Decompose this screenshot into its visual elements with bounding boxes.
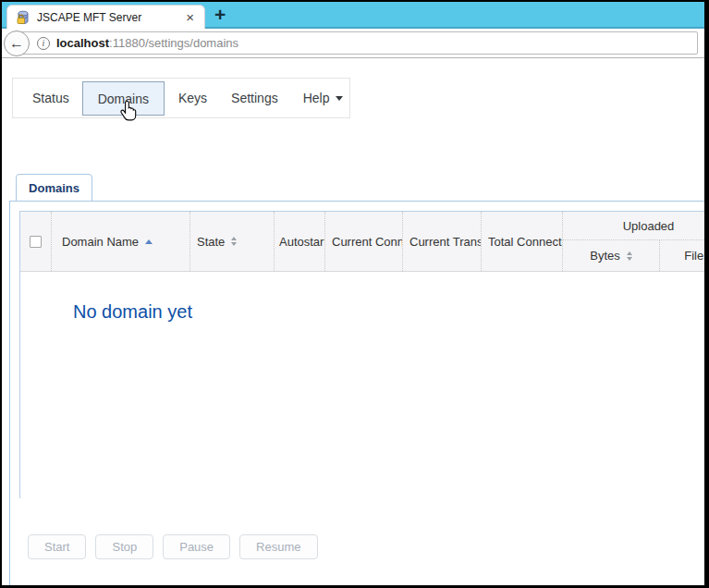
start-button[interactable]: Start xyxy=(28,534,86,559)
browser-window: JSCAPE MFT Server × + i localhost:11880/… xyxy=(0,0,709,588)
chevron-down-icon xyxy=(336,96,343,101)
tab-domains-label: Domains xyxy=(29,181,79,195)
sort-both-icon xyxy=(231,237,237,246)
header-cell-total-connections[interactable]: Total Connections xyxy=(482,212,563,271)
address-bar[interactable]: i localhost:11880/settings/domains xyxy=(16,31,698,55)
menu-item-settings[interactable]: Settings xyxy=(231,91,278,105)
header-cell-select-all xyxy=(20,212,52,271)
site-info-icon[interactable]: i xyxy=(37,37,50,50)
sort-both-icon xyxy=(627,251,632,261)
menu-item-help-label: Help xyxy=(303,91,330,105)
main-menu: Status Domains Keys Settings Help xyxy=(12,78,350,118)
browser-tab[interactable]: JSCAPE MFT Server × xyxy=(6,5,205,29)
back-button[interactable]: ← xyxy=(4,31,30,56)
resume-button[interactable]: Resume xyxy=(239,534,317,559)
stop-button[interactable]: Stop xyxy=(95,534,153,559)
menu-item-keys[interactable]: Keys xyxy=(178,91,207,105)
browser-tab-bar: JSCAPE MFT Server × + xyxy=(2,2,704,29)
site-favicon-icon xyxy=(16,10,31,25)
close-tab-icon[interactable]: × xyxy=(183,10,197,24)
url-path: :11880/settings/domains xyxy=(109,36,238,50)
tab-title: JSCAPE MFT Server xyxy=(37,11,177,24)
empty-table-message: No domain yet xyxy=(20,272,709,323)
tab-domains[interactable]: Domains xyxy=(16,174,92,202)
header-cell-uploaded-bytes[interactable]: Bytes xyxy=(563,240,660,271)
header-cell-state[interactable]: State xyxy=(190,212,275,271)
menu-item-status[interactable]: Status xyxy=(32,91,69,105)
header-group-uploaded: Uploaded xyxy=(563,212,709,240)
panel-border-left xyxy=(9,201,10,585)
pause-button[interactable]: Pause xyxy=(163,534,230,559)
browser-toolbar: i localhost:11880/settings/domains xyxy=(2,29,704,58)
back-arrow-icon: ← xyxy=(9,35,24,52)
select-all-checkbox[interactable] xyxy=(30,236,42,248)
table-body: No domain yet xyxy=(20,272,709,498)
url-text: localhost:11880/settings/domains xyxy=(56,36,238,50)
header-cell-domain-name[interactable]: Domain Name xyxy=(52,212,190,271)
new-tab-button[interactable]: + xyxy=(214,3,226,27)
domain-actions: Start Stop Pause Resume xyxy=(28,534,327,559)
url-host: localhost xyxy=(56,36,109,50)
table-header: Domain Name State Autostart Current Conn… xyxy=(20,212,709,272)
domains-table: Domain Name State Autostart Current Conn… xyxy=(19,211,709,498)
hand-cursor-icon xyxy=(118,100,140,127)
header-cell-autostart[interactable]: Autostart xyxy=(275,212,325,271)
panel-border-top xyxy=(9,201,704,202)
menu-item-help[interactable]: Help xyxy=(303,91,344,105)
header-cell-current-connections[interactable]: Current Connections xyxy=(325,212,403,271)
sort-asc-icon xyxy=(145,239,153,244)
header-cell-uploaded-files[interactable]: Files xyxy=(660,240,709,271)
header-cell-current-transfers[interactable]: Current Transfers xyxy=(403,212,482,271)
